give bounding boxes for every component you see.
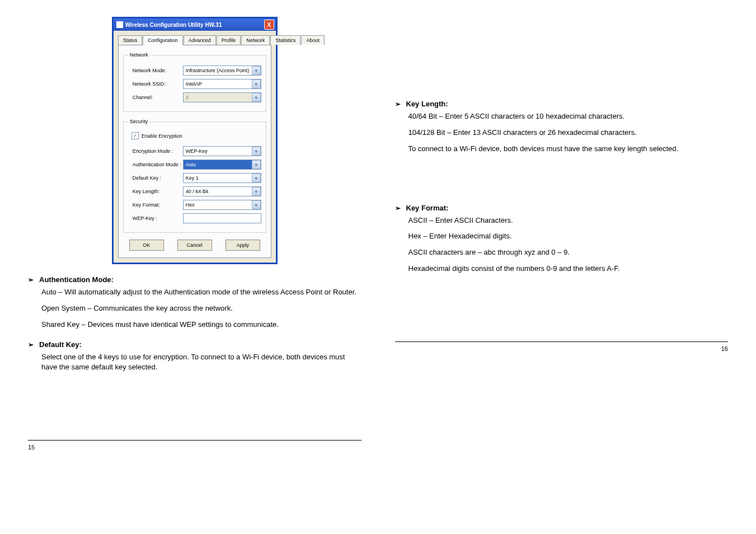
auth-mode-dropdown[interactable]: Auto ▼ (183, 160, 261, 170)
app-icon (116, 21, 123, 28)
auth-mode-body-1: Auto – Will automatically adjust to the … (41, 287, 361, 298)
titlebar: Wireless Configuration Utility HW.31 X (114, 18, 276, 31)
tab-strip: Status Configuration Advanced Profile Ne… (118, 35, 271, 45)
key-length-body-1: 40/64 Bit – Enter 5 ASCII characters or … (408, 111, 729, 122)
arrow-bullet-icon: ➢ (395, 204, 401, 212)
key-format-dropdown[interactable]: Hex ▼ (183, 200, 261, 210)
key-format-label: Key Format: (133, 202, 183, 208)
chevron-down-icon: ▼ (252, 200, 261, 209)
chevron-down-icon: ▼ (252, 93, 261, 102)
tab-profile[interactable]: Profile (217, 35, 241, 45)
cancel-button[interactable]: Cancel (177, 240, 212, 251)
tab-network[interactable]: Network (241, 35, 270, 45)
arrow-bullet-icon: ➢ (395, 100, 401, 108)
key-length-body-3: To connect to a Wi-Fi device, both devic… (408, 144, 729, 154)
default-key-body: Select one of the 4 keys to use for encr… (41, 352, 361, 373)
key-format-body-1: ASCII – Enter ASCII Characters. (408, 216, 729, 226)
chevron-down-icon: ▼ (252, 66, 261, 75)
enable-encryption-checkbox[interactable]: ✓ (132, 132, 139, 139)
auth-mode-body-3: Shared Key – Devices must have identical… (41, 320, 361, 330)
close-button[interactable]: X (264, 20, 274, 30)
key-length-label: Key Length: (133, 189, 183, 194)
page-number-left: 15 (28, 440, 361, 451)
window-title: Wireless Configuration Utility HW.31 (125, 22, 222, 28)
tab-status[interactable]: Status (118, 35, 143, 45)
arrow-bullet-icon: ➢ (28, 276, 34, 284)
chevron-down-icon: ▼ (252, 160, 261, 169)
network-ssid-label: Network SSID: (133, 81, 183, 87)
key-length-dropdown[interactable]: 40 / 64 Bit ▼ (183, 186, 261, 196)
key-format-body-4: Hexadecimal digits consist of the number… (408, 264, 729, 274)
tab-about[interactable]: About (301, 35, 325, 45)
default-key-heading: Default Key: (39, 340, 82, 349)
encryption-mode-dropdown[interactable]: WEP-Key ▼ (183, 146, 261, 156)
key-format-body-3: ASCII characters are – abc through xyz a… (408, 247, 729, 258)
chevron-down-icon: ▼ (252, 174, 261, 182)
tab-advanced[interactable]: Advanced (184, 35, 216, 45)
chevron-down-icon: ▼ (252, 79, 261, 88)
chevron-down-icon: ▼ (252, 187, 261, 196)
config-window-screenshot: Wireless Configuration Utility HW.31 X S… (112, 17, 278, 264)
key-format-body-2: Hex – Enter Hexadecimal digits. (408, 231, 729, 242)
network-mode-dropdown[interactable]: Infrastructure (Access Point) ▼ (183, 65, 261, 76)
auth-mode-body-2: Open System – Communicates the key acros… (41, 303, 361, 314)
default-key-label: Default Key : (133, 175, 183, 181)
key-length-heading: Key Length: (406, 100, 448, 108)
arrow-bullet-icon: ➢ (28, 341, 34, 349)
tab-statistics[interactable]: Statistics (270, 35, 300, 45)
network-group: Network Network Mode: Infrastructure (Ac… (123, 52, 266, 112)
default-key-dropdown[interactable]: Key 1 ▼ (183, 173, 261, 183)
chevron-down-icon: ▼ (252, 147, 261, 156)
key-format-heading: Key Format: (406, 204, 449, 212)
network-ssid-dropdown[interactable]: IntelAP ▼ (183, 79, 261, 89)
security-legend: Security (128, 119, 150, 124)
channel-label: Channel: (133, 95, 183, 100)
enable-encryption-label: Enable Encryption (142, 133, 182, 139)
network-legend: Network (128, 52, 150, 58)
encryption-mode-label: Encryption Mode : (133, 148, 183, 154)
key-length-body-2: 104/128 Bit – Enter 13 ASCII characters … (408, 128, 729, 138)
ok-button[interactable]: OK (129, 240, 164, 251)
channel-dropdown: 3 ▼ (183, 92, 261, 102)
auth-mode-heading: Authentication Mode: (39, 275, 114, 284)
page-number-right: 16 (395, 341, 729, 352)
apply-button[interactable]: Apply (226, 240, 260, 251)
tab-configuration[interactable]: Configuration (143, 35, 183, 45)
wep-key-label: WEP-Key : (133, 216, 183, 221)
auth-mode-label: Authentication Mode : (133, 162, 183, 167)
wep-key-input[interactable] (183, 213, 261, 223)
network-mode-label: Network Mode: (133, 68, 183, 73)
security-group: Security ✓ Enable Encryption Encryption … (123, 119, 266, 233)
